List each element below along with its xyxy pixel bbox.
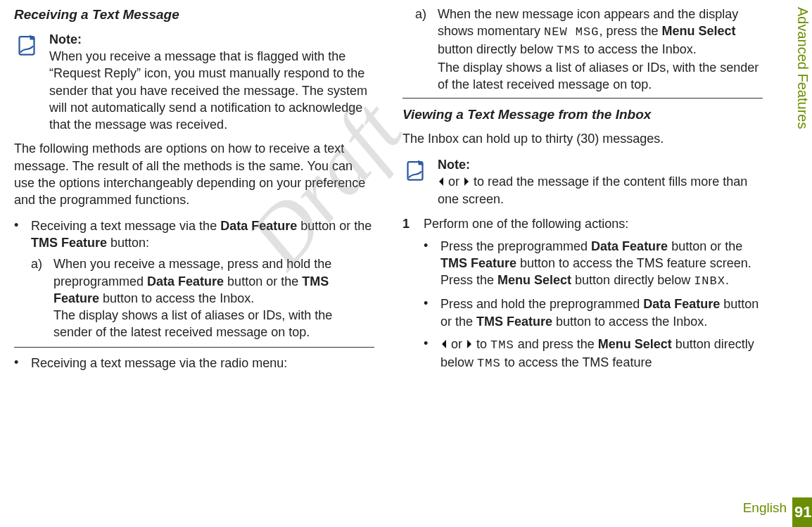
alpha-body: When you receive a message, press and ho… bbox=[53, 255, 374, 341]
note-text: or to read the message if the content fi… bbox=[438, 173, 763, 208]
alpha-item: a) When the new message icon appears and… bbox=[415, 6, 763, 94]
bold-text: TMS Feature bbox=[31, 236, 107, 250]
bullet-dot-icon: • bbox=[424, 296, 431, 330]
note-text: When you receive a message that is flagg… bbox=[49, 48, 374, 133]
intro-paragraph: The following methods are options on how… bbox=[14, 140, 374, 208]
page-content: Receiving a Text Message Note: When you … bbox=[0, 0, 812, 527]
bold-text: Data Feature bbox=[643, 297, 720, 311]
divider bbox=[402, 98, 763, 99]
alpha-body: When the new message icon appears and th… bbox=[438, 6, 763, 94]
section-heading-receiving: Receiving a Text Message bbox=[14, 6, 374, 24]
sub-bullets: • Press the preprogrammed Data Feature b… bbox=[424, 238, 763, 372]
note-body: Note: When you receive a message that is… bbox=[49, 31, 374, 134]
text: button or the bbox=[224, 274, 302, 288]
note-body: Note: or to read the message if the cont… bbox=[438, 156, 763, 208]
bold-text: Data Feature bbox=[220, 219, 297, 233]
chapter-title: Advanced Features bbox=[793, 0, 812, 497]
paragraph: The Inbox can hold up to thirty (30) mes… bbox=[402, 130, 763, 147]
bullet-body: Press and hold the preprogrammed Data Fe… bbox=[440, 296, 763, 330]
page-number: 91 bbox=[792, 497, 812, 527]
bullet-item: • Press and hold the preprogrammed Data … bbox=[424, 296, 763, 330]
text: button or the bbox=[297, 219, 372, 233]
step-body: Perform one of the following actions: bbox=[424, 215, 763, 232]
mono-text: TMS bbox=[490, 338, 514, 352]
text: to access the TMS feature bbox=[501, 355, 652, 369]
right-column: a) When the new message icon appears and… bbox=[402, 6, 791, 520]
bullet-dot-icon: • bbox=[424, 336, 431, 372]
arrow-left-icon bbox=[440, 336, 448, 353]
alpha-line: The display shows a list of aliases or I… bbox=[438, 59, 763, 94]
bullet-item: • or to TMS and press the Menu Select bu… bbox=[424, 336, 763, 372]
text: button: bbox=[107, 236, 149, 250]
alpha-label: a) bbox=[415, 6, 431, 94]
text: to read the message if the content fills… bbox=[438, 174, 747, 206]
bold-text: Menu Select bbox=[662, 24, 736, 38]
section-heading-viewing: Viewing a Text Message from the Inbox bbox=[402, 106, 763, 124]
side-tab: Advanced Features 91 bbox=[792, 0, 812, 527]
mono-text: INBX bbox=[694, 274, 725, 288]
text: to access the Inbox. bbox=[581, 42, 697, 56]
step-item: 1 Perform one of the following actions: bbox=[402, 215, 763, 232]
bullet-item: • Receiving a text message via the Data … bbox=[14, 217, 374, 341]
text: Receiving a text message via the bbox=[31, 219, 220, 233]
bold-text: Menu Select bbox=[497, 273, 571, 287]
left-column: Receiving a Text Message Note: When you … bbox=[14, 6, 374, 520]
alpha-label: a) bbox=[31, 255, 46, 341]
note-icon bbox=[14, 32, 39, 58]
bold-text: Data Feature bbox=[147, 274, 224, 288]
mono-text: TMS bbox=[557, 44, 581, 57]
note-block: Note: When you receive a message that is… bbox=[14, 31, 374, 134]
alpha-line: When you receive a message, press and ho… bbox=[53, 255, 374, 307]
text: button directly below bbox=[571, 273, 694, 287]
alpha-item: a) When you receive a message, press and… bbox=[31, 255, 374, 341]
mono-text: NEW MSG bbox=[544, 25, 599, 39]
arrow-right-icon bbox=[466, 336, 473, 353]
text: button to access the Inbox. bbox=[99, 291, 254, 305]
text: button directly below bbox=[438, 42, 557, 56]
alpha-line: The display shows a list of aliases or I… bbox=[53, 307, 374, 341]
bold-text: Data Feature bbox=[591, 239, 668, 253]
step-number: 1 bbox=[402, 215, 414, 232]
arrow-right-icon bbox=[463, 174, 470, 191]
arrow-left-icon bbox=[438, 174, 445, 191]
bullet-body: Receiving a text message via the radio m… bbox=[31, 355, 374, 372]
mono-text: TMS bbox=[477, 357, 501, 370]
bullet-body: Press the preprogrammed Data Feature but… bbox=[440, 238, 763, 291]
text: . bbox=[725, 273, 729, 287]
text: or bbox=[448, 337, 466, 351]
note-label: Note: bbox=[49, 31, 374, 48]
alpha-line: When the new message icon appears and th… bbox=[438, 6, 763, 59]
text: Press and hold the preprogrammed bbox=[440, 297, 643, 311]
text: and press the bbox=[514, 337, 598, 351]
language-label: English bbox=[743, 499, 787, 517]
bullet-dot-icon: • bbox=[14, 217, 21, 341]
divider bbox=[14, 347, 374, 348]
text: button or the bbox=[668, 239, 742, 253]
bullet-body: or to TMS and press the Menu Select butt… bbox=[440, 336, 763, 372]
text: , press the bbox=[599, 24, 661, 38]
note-icon bbox=[402, 158, 428, 183]
bullet-item: • Receiving a text message via the radio… bbox=[14, 355, 374, 372]
bullet-item: • Press the preprogrammed Data Feature b… bbox=[424, 238, 763, 291]
bullet-body: Receiving a text message via the Data Fe… bbox=[31, 217, 374, 341]
text: Press the preprogrammed bbox=[440, 239, 591, 253]
bold-text: TMS Feature bbox=[476, 315, 552, 329]
text: button to access the Inbox. bbox=[552, 315, 707, 329]
bold-text: TMS Feature bbox=[440, 256, 516, 270]
bullet-dot-icon: • bbox=[14, 355, 21, 372]
note-label: Note: bbox=[438, 156, 763, 173]
bold-text: Menu Select bbox=[598, 337, 672, 351]
note-block: Note: or to read the message if the cont… bbox=[402, 156, 763, 208]
text: to bbox=[473, 337, 490, 351]
text: or bbox=[445, 174, 463, 189]
bullet-dot-icon: • bbox=[424, 238, 431, 291]
